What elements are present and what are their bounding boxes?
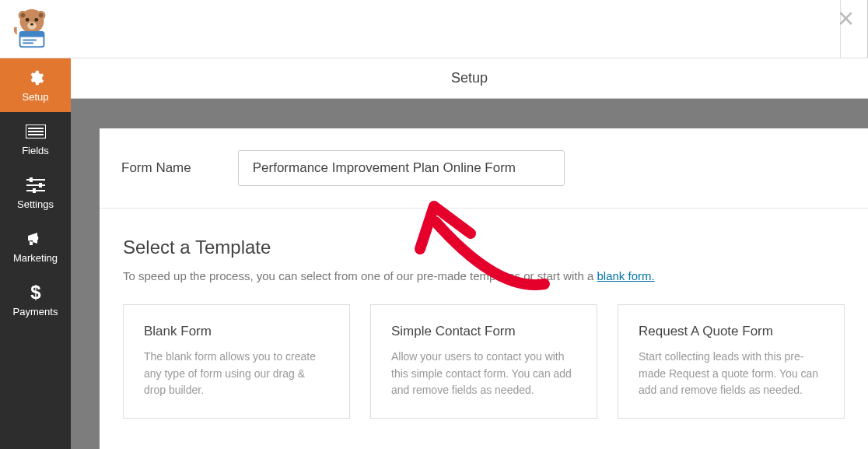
card-desc: Allow your users to contact you with thi… [391,349,576,399]
logo [9,6,54,51]
templates-desc: To speed up the process, you can select … [123,269,845,282]
sidebar-item-setup[interactable]: Setup [0,58,71,112]
list-icon [26,123,46,140]
sliders-icon [26,177,46,194]
templates-section: Select a Template To speed up the proces… [100,209,868,419]
bullhorn-icon [26,230,46,247]
template-card-simple-contact[interactable]: Simple Contact Form Allow your users to … [370,304,597,419]
sidebar-item-fields[interactable]: Fields [0,112,71,166]
setup-panel: Form Name Select a Template To speed up … [100,128,868,449]
svg-rect-10 [20,32,44,37]
template-card-blank[interactable]: Blank Form The blank form allows you to … [123,304,350,419]
svg-rect-15 [28,131,44,132]
svg-text:$: $ [30,283,41,302]
sidebar-item-marketing[interactable]: Marketing [0,219,71,273]
templates-title: Select a Template [123,237,845,258]
template-grid: Blank Form The blank form allows you to … [123,304,845,419]
sidebar: Setup Fields Settings Marketing $ Paymen… [0,58,71,449]
form-name-row: Form Name [100,128,868,209]
topbar [0,0,868,58]
svg-rect-17 [26,179,45,181]
blank-form-link[interactable]: blank form. [597,269,654,282]
svg-rect-12 [23,42,33,44]
svg-rect-18 [26,184,45,186]
dollar-icon: $ [26,284,46,301]
svg-rect-14 [28,128,44,129]
close-icon[interactable]: × [838,5,854,33]
svg-point-4 [39,13,44,18]
gear-icon [26,69,46,86]
svg-rect-11 [23,40,36,41]
svg-rect-21 [39,183,42,188]
template-card-request-quote[interactable]: Request A Quote Form Start collecting le… [618,304,845,419]
sidebar-label-setup: Setup [23,91,49,103]
svg-point-5 [26,18,30,22]
form-name-label: Form Name [121,160,191,176]
main-wrap: Setup Fields Settings Marketing $ Paymen… [0,58,868,449]
svg-point-6 [34,18,38,22]
card-desc: The blank form allows you to create any … [144,349,329,399]
sidebar-label-settings: Settings [17,198,54,210]
svg-point-8 [30,23,33,26]
sidebar-item-payments[interactable]: $ Payments [0,273,71,327]
content-area: Setup Form Name Select a Template To spe… [71,58,868,449]
sidebar-item-settings[interactable]: Settings [0,166,71,219]
form-name-input[interactable] [238,150,565,186]
svg-rect-20 [30,177,33,182]
sidebar-label-marketing: Marketing [13,252,58,264]
page-title: Setup [71,58,868,99]
svg-rect-16 [28,134,44,135]
templates-desc-text: To speed up the process, you can select … [123,269,597,282]
card-title: Request A Quote Form [639,324,824,339]
sidebar-label-payments: Payments [13,306,58,317]
card-desc: Start collecting leads with this pre-mad… [639,349,824,399]
sidebar-label-fields: Fields [22,145,49,156]
svg-point-3 [21,13,26,18]
svg-rect-22 [33,188,36,193]
card-title: Simple Contact Form [391,324,576,339]
card-title: Blank Form [144,324,329,339]
